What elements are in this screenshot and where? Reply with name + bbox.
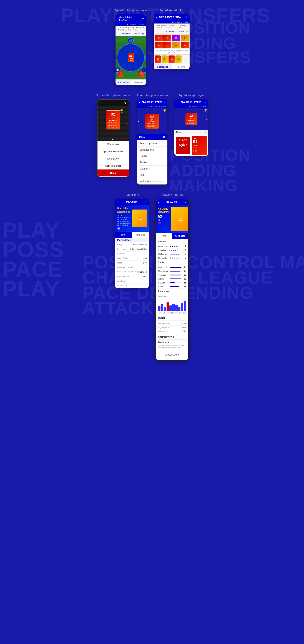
player-attributes-phone: ‹ PLAYER ≡ KYLIANMBAPPE 92 ST (155, 199, 189, 361)
details-link[interactable]: Details (135, 32, 141, 35)
filter-club[interactable]: Club (137, 172, 167, 178)
squad-substitution-title: Squad substitution (159, 9, 184, 12)
filter-search-by-name[interactable]: Search by name (137, 140, 167, 147)
attr-title: PLAYER (166, 201, 177, 204)
grid-card-8[interactable]: 84 (181, 42, 189, 48)
drag-card-3[interactable]: 87CM (168, 56, 174, 63)
swap-coins: ● 1,870,200 ● 70,000 (174, 105, 208, 108)
filter-nationality[interactable]: Nationality (137, 178, 167, 184)
attr-back[interactable]: ‹ (158, 200, 159, 204)
left-arrow[interactable]: ‹ (99, 122, 100, 125)
formation-link[interactable]: Formation (122, 32, 131, 35)
full-back[interactable]: ‹ (139, 100, 140, 104)
reus-rating: 91 (193, 139, 206, 144)
tab-reserve-2[interactable]: Reserve (172, 64, 190, 70)
menu-icon-1[interactable]: ≡ (142, 16, 144, 20)
grid-card-2[interactable]: 88 (163, 34, 171, 41)
swap-filter-icon[interactable]: ≡ (205, 131, 206, 134)
hi-rating: 92 (108, 112, 118, 116)
dark-back[interactable]: ‹ (100, 101, 101, 105)
bottom-tabs-1: Substitution Reserve (116, 80, 146, 85)
grid-card-3[interactable]: 91 (172, 34, 180, 41)
coins-bar-2: ● 1,870,200 ● 70,200 (154, 21, 190, 24)
action-icon-bottom-left[interactable]: 📋 (116, 67, 121, 73)
drag-card-1[interactable]: 89ST (154, 56, 161, 63)
info-tab-attributes[interactable]: Atributes (132, 232, 149, 238)
app-title-1: BEST EVER TEA... (119, 16, 142, 22)
swap-right[interactable]: › (206, 117, 207, 121)
basic-style-label: Basic style (158, 341, 186, 343)
tab-reserve-1[interactable]: Reserve (131, 80, 146, 85)
club-icon: ⚽ (117, 227, 120, 230)
tab-substitution-2[interactable]: Substitution (154, 64, 172, 70)
place-in-squad-card: PLACE INSQUAD (176, 137, 190, 154)
action-icon-right[interactable]: 👤 (145, 54, 146, 61)
action-icon-left[interactable]: 🔄 (116, 54, 116, 61)
grid-card-1[interactable]: 86 (154, 34, 163, 41)
player-details-panel: Rarity Ones To Watch Full name Kylian Mb… (115, 242, 149, 288)
bar-penalty (170, 282, 182, 283)
bar-8 (178, 307, 180, 311)
bar-long-shot (170, 267, 182, 268)
action-icon-top[interactable]: 👥 (128, 37, 134, 43)
attr-tab-attributes[interactable]: Atributes (172, 233, 188, 239)
app-title-2: BEST EVER TEA... (159, 16, 183, 19)
menu-player-info[interactable]: Player info (98, 141, 129, 148)
swap-left[interactable]: ‹ (175, 117, 176, 121)
row-2: Squad short player menu ‹ ⚙ 92 S (0, 94, 304, 184)
settings-icon[interactable]: ⚙ (142, 32, 144, 35)
grid-card-6[interactable]: 87 (163, 42, 171, 48)
swap-filter-bar: Filter ≡ (174, 130, 208, 135)
bar-2 (161, 304, 163, 311)
grid-card-4[interactable]: 89 (181, 34, 189, 41)
bar-accuracy (170, 274, 182, 276)
filter-position[interactable]: Position (137, 159, 167, 166)
swap-menu-icon[interactable]: ≡ (204, 101, 206, 104)
filter-quality[interactable]: Quality (137, 153, 167, 159)
dark-menu[interactable]: ⚙ (124, 102, 126, 104)
choose-style-label: Choose style (165, 354, 177, 356)
drag-card-2[interactable]: 91RW (161, 56, 168, 63)
detail-dob: Date of birth 20.12.1998 (115, 256, 149, 261)
bar-6 (172, 304, 174, 311)
choose-style-button[interactable]: Choose style ▾ (158, 352, 186, 358)
carousel-right[interactable]: › (165, 119, 166, 123)
grid-card-5[interactable]: 85 (154, 42, 163, 48)
reus-card[interactable]: RW 91 REUS 83 PAC 84 SHO 45 DEF 84 PAS 6… (192, 136, 207, 155)
chart-bars (158, 298, 186, 312)
full-menu-icon[interactable]: ≡ (164, 101, 165, 104)
menu-sent-to-market[interactable]: Sent to market (98, 162, 129, 170)
swap-name: MBAPPE (187, 120, 195, 121)
bar-fill-shot-power (170, 271, 180, 272)
filter-untradeables[interactable]: Untradeables (137, 147, 167, 153)
action-icon-bottom-right[interactable]: ⬆ (141, 67, 146, 73)
carousel-left[interactable]: ‹ (138, 119, 139, 123)
short-menu-list: Player info Apply consumables Swap playe… (98, 141, 129, 177)
right-arrow[interactable]: › (126, 122, 128, 125)
info-tab-info[interactable]: Info (115, 232, 132, 238)
menu-back[interactable]: Back (98, 170, 129, 177)
bar-fill-volleys (170, 278, 181, 279)
drag-card-4[interactable]: 88LW (175, 56, 181, 63)
price-overall: Average price 350K Higher price 550K Low… (156, 321, 188, 334)
swap-back[interactable]: ‹ (176, 100, 178, 104)
attr-menu-icon[interactable]: ≡ (185, 201, 186, 204)
coins-gold-2: ● 1,870,200 (170, 21, 180, 23)
swap-filter-label: Filter (176, 131, 181, 134)
row-3: Player info ‹ PLAYER ≡ KYLIANMBAPPE 92 P… (0, 193, 304, 361)
menu-apply-consumables[interactable]: Apply consumables (98, 148, 129, 155)
info-menu-icon[interactable]: ≡ (145, 200, 147, 203)
attr-tab-info[interactable]: Info (156, 233, 172, 239)
bar-1 (158, 306, 160, 311)
filter-close[interactable]: ✕ (163, 136, 165, 139)
back-arrow-2[interactable]: ‹ (156, 16, 157, 19)
swap-center-card: 92 ST MBAPPE 88 SHOPAC 89 SHOSHO (185, 113, 197, 125)
tab-substitution-1[interactable]: Substitution (116, 80, 131, 85)
bar-fill-accuracy (170, 274, 181, 276)
info-back[interactable]: ‹ (117, 200, 118, 204)
player-image-1: ⚽Player (132, 210, 147, 227)
filter-league[interactable]: League (137, 166, 167, 172)
menu-icon-2[interactable]: ≡ (185, 16, 187, 19)
grid-card-7[interactable]: 90 (172, 42, 180, 48)
menu-swap-player[interactable]: Swap player (98, 155, 129, 162)
